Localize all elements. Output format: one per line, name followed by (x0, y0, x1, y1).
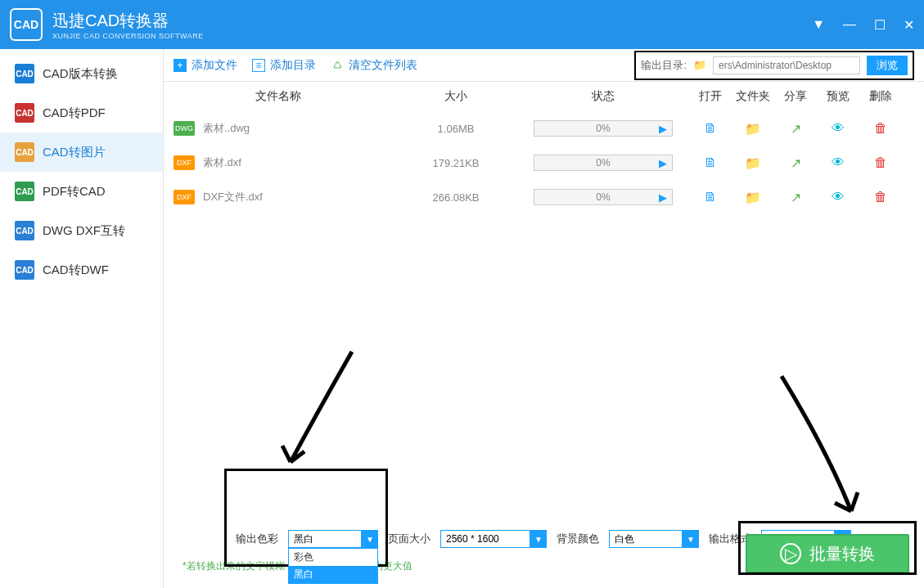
color-dropdown: 彩色 黑白 (288, 548, 378, 584)
color-option-bw[interactable]: 黑白 (289, 566, 377, 583)
app-title: 迅捷CAD转换器 (52, 10, 204, 32)
sidebar-item[interactable]: CADCAD转DWF (0, 250, 163, 290)
add-file-button[interactable]: +添加文件 (174, 58, 237, 73)
play-icon[interactable]: ▶ (659, 123, 667, 135)
progress-bar[interactable]: 0%▶ (534, 120, 673, 137)
progress-bar[interactable]: 0%▶ (534, 155, 673, 171)
browse-button[interactable]: 浏览 (867, 56, 908, 75)
open-icon[interactable]: 🗎 (704, 190, 717, 204)
share-icon[interactable]: ↗ (791, 156, 801, 170)
play-circle-icon: ▷ (780, 543, 801, 564)
output-dir-label: 输出目录: (641, 58, 687, 73)
folder-icon: 📁 (693, 59, 706, 71)
batch-convert-button[interactable]: ▷ 批量转换 (746, 534, 909, 573)
open-icon[interactable]: 🗎 (704, 155, 717, 169)
folder-icon[interactable]: 📁 (745, 122, 761, 136)
play-icon[interactable]: ▶ (659, 157, 667, 169)
color-label: 输出色彩 (236, 532, 278, 546)
color-dropdown-btn[interactable]: ▼ (362, 530, 378, 548)
sidebar-icon: CAD (15, 182, 34, 201)
table-row[interactable]: DXF素材.dxf 179.21KB 0%▶ 🗎 📁 ↗ 👁 🗑 (164, 146, 924, 180)
sidebar-item[interactable]: CADCAD转PDF (0, 93, 163, 132)
sidebar-item[interactable]: CADCAD版本转换 (0, 54, 163, 93)
file-name-text: 素材..dwg (203, 121, 250, 136)
share-icon[interactable]: ↗ (791, 122, 801, 136)
th-share: 分享 (774, 89, 817, 104)
sidebar-icon: CAD (15, 64, 34, 83)
file-size: 1.06MB (394, 123, 517, 135)
sidebar-icon: CAD (15, 103, 34, 123)
play-icon[interactable]: ▶ (659, 191, 667, 204)
progress-bar[interactable]: 0%▶ (534, 189, 673, 205)
th-status: 状态 (517, 89, 689, 104)
sidebar-item-label: CAD转图片 (43, 145, 106, 160)
share-icon[interactable]: ↗ (791, 191, 801, 204)
eye-icon[interactable]: 👁 (832, 155, 845, 169)
color-option-color[interactable]: 彩色 (289, 549, 377, 566)
sidebar-item-label: CAD转DWF (43, 263, 109, 278)
trash-icon[interactable]: 🗑 (874, 190, 887, 204)
bg-select[interactable] (609, 530, 683, 548)
eye-icon[interactable]: 👁 (832, 190, 845, 204)
add-dir-button[interactable]: ≡添加目录 (252, 58, 316, 73)
sidebar-item-label: CAD版本转换 (43, 66, 118, 82)
sidebar-item-label: CAD转PDF (43, 105, 106, 121)
broom-icon: ♺ (331, 59, 344, 72)
bg-dropdown-btn[interactable]: ▼ (683, 530, 699, 548)
folder-icon[interactable]: 📁 (745, 191, 761, 204)
clear-list-button[interactable]: ♺清空文件列表 (331, 58, 417, 73)
th-size: 大小 (394, 89, 517, 104)
th-name: 文件名称 (174, 89, 394, 104)
th-delete: 删除 (859, 89, 902, 104)
sidebar-item[interactable]: CADCAD转图片 (0, 132, 163, 172)
trash-icon[interactable]: 🗑 (874, 121, 887, 135)
minimize-icon[interactable]: — (843, 17, 856, 33)
th-preview: 预览 (817, 89, 859, 104)
table-row[interactable]: DWG素材..dwg 1.06MB 0%▶ 🗎 📁 ↗ 👁 🗑 (164, 111, 924, 146)
th-folder: 文件夹 (732, 89, 774, 104)
size-label: 页面大小 (388, 532, 430, 546)
file-size: 179.21KB (394, 157, 517, 169)
sidebar-item-label: DWG DXF互转 (43, 223, 125, 239)
plus-icon: + (174, 59, 187, 72)
list-icon: ≡ (252, 59, 265, 72)
file-type-badge: DXF (174, 190, 195, 204)
app-logo-icon: CAD (10, 8, 43, 41)
open-icon[interactable]: 🗎 (704, 121, 717, 135)
output-dir-input[interactable] (713, 56, 860, 74)
sidebar-item[interactable]: CADDWG DXF互转 (0, 211, 163, 250)
th-open: 打开 (689, 89, 732, 104)
sidebar-icon: CAD (15, 142, 34, 162)
file-size: 266.08KB (394, 191, 517, 204)
app-subtitle: XUNJIE CAD CONVERSION SOFTWARE (52, 32, 204, 40)
size-select[interactable] (440, 530, 530, 548)
maximize-icon[interactable]: ☐ (874, 17, 886, 33)
folder-icon[interactable]: 📁 (745, 156, 761, 170)
color-select[interactable] (288, 530, 362, 548)
file-type-badge: DWG (174, 121, 195, 136)
sidebar-item-label: PDF转CAD (43, 184, 106, 200)
dropdown-icon[interactable]: ▼ (812, 17, 825, 33)
table-row[interactable]: DXFDXF文件.dxf 266.08KB 0%▶ 🗎 📁 ↗ 👁 🗑 (164, 180, 924, 214)
sidebar-item[interactable]: CADPDF转CAD (0, 172, 163, 211)
bg-label: 背景颜色 (557, 532, 599, 546)
file-name-text: 素材.dxf (203, 155, 241, 170)
eye-icon[interactable]: 👁 (832, 121, 845, 135)
close-icon[interactable]: ✕ (904, 17, 914, 33)
size-dropdown-btn[interactable]: ▼ (530, 530, 547, 548)
file-type-badge: DXF (174, 155, 195, 170)
trash-icon[interactable]: 🗑 (874, 155, 887, 169)
file-name-text: DXF文件.dxf (203, 190, 263, 204)
sidebar-icon: CAD (15, 221, 34, 240)
sidebar-icon: CAD (15, 260, 34, 280)
